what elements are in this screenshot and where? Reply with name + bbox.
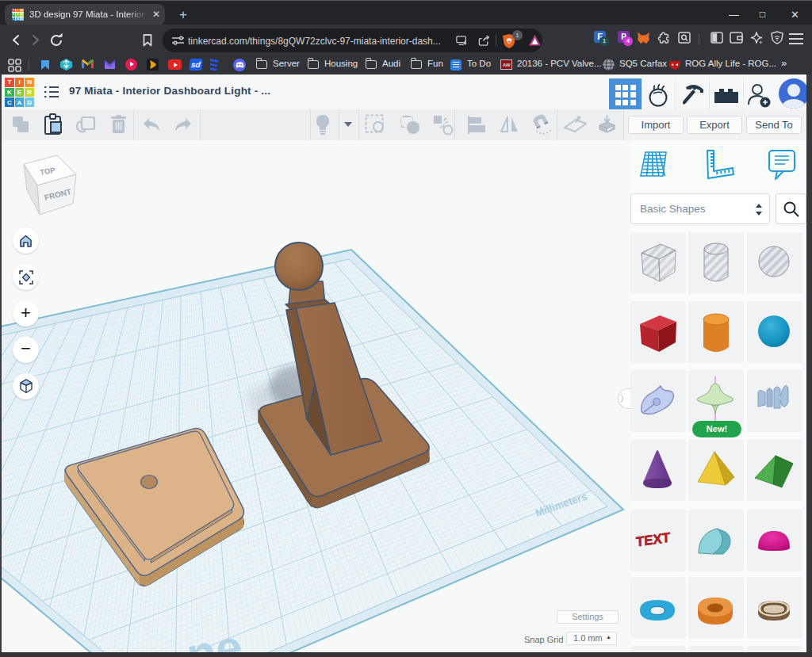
svg-text:TEXT: TEXT xyxy=(636,530,671,550)
